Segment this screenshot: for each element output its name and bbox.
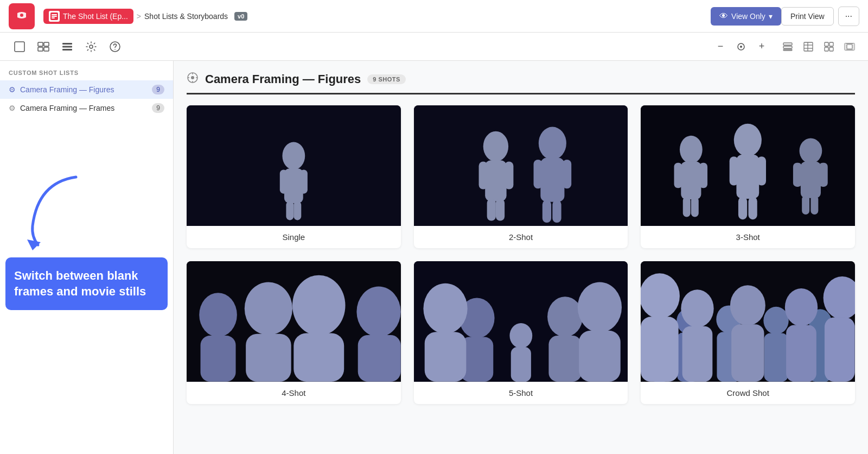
svg-rect-60 (552, 200, 561, 223)
sidebar-item-frames[interactable]: ⚙ Camera Framing — Frames 9 (0, 99, 173, 117)
svg-rect-5 (52, 17, 55, 18)
view-only-button[interactable]: 👁 View Only ▾ (711, 7, 781, 26)
svg-point-96 (423, 283, 467, 334)
storyboard-view-button[interactable] (33, 36, 54, 58)
content-area: Camera Framing — Figures 9 SHOTS (174, 61, 868, 454)
svg-rect-95 (510, 347, 531, 382)
shot-card-two[interactable]: 2-Shot (414, 105, 628, 248)
shot-card-three[interactable]: 3-Shot (641, 105, 855, 248)
toolbar: − + (0, 33, 868, 61)
shot-label-two: 2-Shot (414, 226, 628, 248)
frame-view-button[interactable] (9, 36, 30, 58)
svg-point-83 (245, 282, 292, 335)
list-view-button[interactable] (56, 36, 78, 58)
svg-rect-59 (542, 200, 551, 223)
svg-rect-78 (802, 196, 809, 215)
svg-rect-50 (485, 160, 506, 201)
tooltip-box: Switch between blank frames and movie st… (5, 257, 168, 310)
top-navigation: The Shot List (Ep... > Shot Lists & Stor… (0, 0, 868, 33)
shot-card-single[interactable]: Single (187, 105, 401, 248)
shot-image-five (414, 261, 628, 382)
svg-point-42 (282, 142, 305, 169)
section-divider (187, 93, 855, 94)
svg-rect-69 (737, 155, 760, 199)
tooltip-area: Switch between blank frames and movie st… (0, 172, 173, 310)
svg-rect-58 (563, 160, 571, 188)
svg-rect-97 (424, 332, 466, 382)
shot-card-crowd[interactable]: Crowd Shot (641, 261, 855, 404)
zoom-out-button[interactable]: − (712, 38, 729, 55)
svg-rect-73 (749, 197, 757, 219)
svg-point-14 (90, 45, 93, 48)
zoom-fit-button[interactable] (732, 38, 750, 55)
svg-rect-53 (487, 199, 495, 221)
eye-icon: 👁 (719, 11, 728, 21)
svg-rect-27 (829, 42, 833, 46)
view-grid-button[interactable] (819, 37, 839, 56)
view-list-button[interactable] (799, 37, 818, 56)
svg-rect-45 (300, 170, 308, 194)
settings-gear-icon: ⚙ (9, 85, 16, 94)
svg-rect-64 (674, 163, 682, 188)
svg-point-74 (800, 138, 822, 163)
version-badge: v0 (234, 12, 247, 21)
svg-rect-20 (783, 46, 792, 48)
section-header: Camera Framing — Figures 9 SHOTS (187, 72, 855, 86)
svg-rect-67 (691, 197, 699, 217)
zoom-in-button[interactable]: + (753, 38, 770, 55)
shot-card-five[interactable]: 5-Shot (414, 261, 628, 404)
breadcrumb-home-text: The Shot List (Ep... (63, 12, 128, 21)
svg-rect-19 (783, 43, 792, 45)
svg-rect-32 (853, 43, 854, 50)
svg-point-18 (740, 46, 742, 48)
svg-rect-71 (757, 156, 766, 185)
svg-point-81 (199, 293, 237, 337)
sidebar-section-title: CUSTOM SHOT LISTS (0, 70, 173, 80)
shot-grid: Single (187, 105, 855, 404)
shot-image-single (187, 105, 401, 226)
svg-rect-86 (293, 333, 344, 381)
svg-rect-108 (764, 333, 788, 381)
shot-card-four[interactable]: 4-Shot (187, 261, 401, 404)
svg-point-107 (764, 307, 789, 335)
settings-gear-icon-2: ⚙ (9, 104, 16, 112)
more-options-button[interactable]: ··· (838, 7, 859, 26)
svg-rect-76 (793, 163, 802, 187)
sidebar: CUSTOM SHOT LISTS ⚙ Camera Framing — Fig… (0, 61, 174, 454)
svg-point-92 (547, 297, 583, 337)
help-button[interactable] (104, 36, 126, 58)
tooltip-box-text: Switch between blank frames and movie st… (14, 269, 146, 298)
shot-image-four (187, 261, 401, 382)
svg-rect-72 (738, 197, 747, 219)
svg-point-98 (577, 282, 621, 332)
svg-rect-114 (682, 326, 713, 382)
app-logo[interactable] (9, 3, 35, 29)
svg-rect-46 (286, 201, 293, 220)
svg-rect-12 (62, 46, 72, 47)
breadcrumb-home-link[interactable]: The Shot List (Ep... (43, 9, 133, 24)
view-toggle-group (778, 37, 859, 56)
svg-point-94 (509, 323, 532, 348)
svg-rect-48 (414, 105, 628, 226)
svg-point-117 (641, 273, 680, 319)
svg-rect-10 (44, 47, 49, 51)
view-rows-button[interactable] (778, 37, 797, 56)
shots-badge: 9 SHOTS (367, 74, 406, 84)
svg-rect-52 (505, 161, 513, 189)
settings-button[interactable] (80, 36, 102, 58)
svg-point-62 (680, 136, 703, 163)
svg-rect-93 (548, 336, 581, 382)
shot-label-five: 5-Shot (414, 382, 628, 404)
sidebar-item-figures-label: Camera Framing — Figures (20, 85, 148, 94)
print-view-button[interactable]: Print View (781, 7, 834, 26)
project-icon (49, 11, 60, 22)
svg-rect-29 (829, 47, 833, 51)
svg-rect-8 (44, 42, 49, 46)
toolbar-right: − + (712, 37, 859, 56)
svg-rect-21 (783, 49, 792, 51)
view-filmstrip-button[interactable] (840, 37, 859, 56)
svg-rect-6 (15, 42, 24, 52)
sidebar-item-figures[interactable]: ⚙ Camera Framing — Figures 9 (0, 80, 173, 99)
svg-rect-116 (786, 325, 816, 381)
shot-image-three (641, 105, 855, 226)
